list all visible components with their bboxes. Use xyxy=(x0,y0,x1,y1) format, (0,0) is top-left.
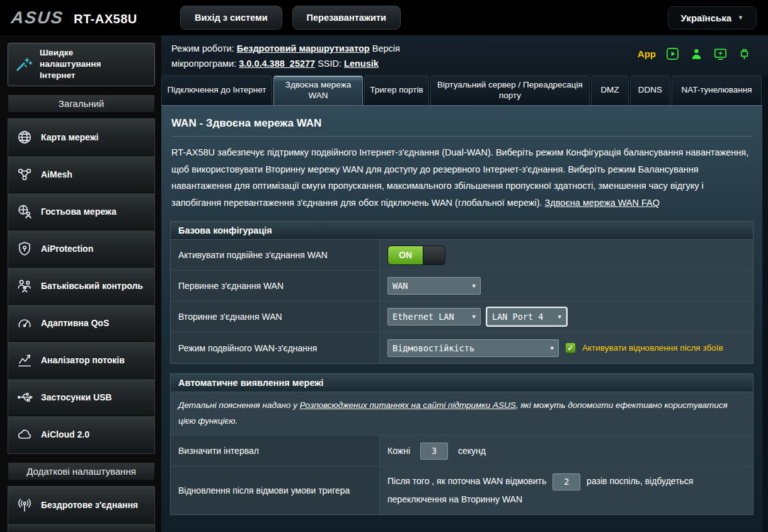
language-label: Українська xyxy=(681,13,731,23)
primary-wan-select[interactable]: WAN ▼ xyxy=(387,277,481,295)
app-label[interactable]: App xyxy=(638,48,656,59)
remote-connection-icon[interactable] xyxy=(713,47,728,61)
quick-setup-icon xyxy=(14,55,32,73)
failover-count-input[interactable] xyxy=(553,473,580,490)
tab-internet-connection[interactable]: Підключення до Інтернет xyxy=(161,76,272,105)
sidebar-item-network-map[interactable]: Карта мережі xyxy=(8,119,154,156)
tab-dual-wan[interactable]: Здвоєна мережа WAN xyxy=(273,76,363,105)
sidebar-item-label: Бездротове з'єднання xyxy=(41,499,138,511)
sidebar-section-advanced: Додаткові налаштування xyxy=(8,462,155,480)
sidebar-item-label: Гостьова мережа xyxy=(41,206,117,217)
secondary-wan-value: Ethernet LAN ▼ LAN Port 4 ▼ xyxy=(380,302,753,332)
router-model: RT-AX58U xyxy=(74,12,137,26)
sidebar-item-wireless[interactable]: Бездротове з'єднання xyxy=(8,487,154,524)
section-header-basic-config: Базова конфігурація xyxy=(171,222,753,240)
sidebar-item-usb-applications[interactable]: Застосунки USB xyxy=(8,379,154,416)
tab-dmz[interactable]: DMZ xyxy=(591,76,629,105)
ssid-label: SSID: xyxy=(318,59,341,69)
router-admin-page: ASUS RT-AX58U Вихід з системи Перезавант… xyxy=(0,0,768,532)
operation-mode-link[interactable]: Бездротовий маршрутизатор xyxy=(237,43,370,54)
detect-interval-value: Кожні секунд xyxy=(380,436,753,466)
gauge-icon xyxy=(16,315,33,331)
logout-button[interactable]: Вихід з системи xyxy=(180,6,282,30)
ssid-link[interactable]: Lenusik xyxy=(344,59,379,69)
google-play-icon[interactable] xyxy=(665,47,680,61)
usb-icon xyxy=(16,389,33,405)
failback-checkbox[interactable]: ✓ xyxy=(565,342,576,353)
sidebar-section-general: Загальний xyxy=(8,94,155,113)
primary-wan-label: Первинне з'єднання WAN xyxy=(171,271,380,301)
network-detection-table: Автоматичне виявлення мережі Детальні по… xyxy=(170,373,754,515)
sidebar-item-label: Адаптивна QoS xyxy=(41,317,109,329)
basic-config-table: Базова конфігурація Активувати подвійне … xyxy=(170,221,754,364)
sidebar-item-parental-control[interactable]: Батьківський контроль xyxy=(8,268,154,305)
sidebar: Швидке налаштування Інтернет Загальний К… xyxy=(0,35,161,532)
firmware-version-link[interactable]: 3.0.0.4.388_25277 xyxy=(239,59,315,69)
family-icon xyxy=(16,278,33,294)
failover-prefix: Після того , як поточна WAN відмовить xyxy=(387,476,546,486)
table-row-dual-wan-mode: Режим подвійного WAN-з'єднання Відмовост… xyxy=(171,332,753,363)
operation-mode-label: Режим роботи: xyxy=(171,43,234,54)
info-bar: Режим роботи: Бездротовий маршрутизатор … xyxy=(161,35,768,76)
usb-device-icon[interactable] xyxy=(737,47,752,61)
sidebar-item-partial[interactable] xyxy=(8,524,154,532)
sidebar-item-label: Батьківський контроль xyxy=(41,280,143,291)
sidebar-item-adaptive-qos[interactable]: Адаптивна QoS xyxy=(8,305,154,342)
sidebar-item-guest-network[interactable]: Гостьова мережа xyxy=(8,193,154,230)
system-info: Режим роботи: Бездротовий маршрутизатор … xyxy=(171,42,467,72)
secondary-wan-selected: Ethernet LAN xyxy=(393,312,454,322)
secondary-wan-label: Вторинне з'єднання WAN xyxy=(171,302,380,332)
mesh-network-icon xyxy=(16,166,33,183)
description-text: RT-AX58U забезпечує підтримку подвійного… xyxy=(171,147,748,208)
page-description: RT-AX58U забезпечує підтримку подвійного… xyxy=(171,144,752,212)
chevron-down-icon: ▼ xyxy=(473,314,476,320)
reboot-button[interactable]: Перезавантажити xyxy=(292,6,401,30)
toggle-knob xyxy=(423,246,445,264)
shield-icon xyxy=(16,241,33,257)
body-region: Швидке налаштування Інтернет Загальний К… xyxy=(0,35,768,532)
sidebar-menu-general: Карта мережі AiMesh Гостьова мережа xyxy=(8,118,155,454)
sidebar-item-label: Карта мережі xyxy=(41,132,99,143)
cloud-icon xyxy=(16,426,33,443)
asus-support-faq-link[interactable]: Розповсюджених питаннях на сайті підтрим… xyxy=(300,400,516,410)
top-bar: ASUS RT-AX58U Вихід з системи Перезавант… xyxy=(0,0,768,35)
sidebar-item-label: AiMesh xyxy=(41,169,72,180)
secondary-wan-select[interactable]: Ethernet LAN ▼ xyxy=(387,308,481,325)
asus-logo: ASUS xyxy=(10,8,64,28)
dual-wan-toggle[interactable]: ON xyxy=(387,246,445,265)
sidebar-item-traffic-analyzer[interactable]: Аналізатор потоків xyxy=(8,342,154,379)
page-title: WAN - Здвоєна мережа WAN xyxy=(171,117,752,137)
primary-wan-value: WAN ▼ xyxy=(380,271,753,301)
enable-dual-wan-label: Активувати подвійне з'єднання WAN xyxy=(171,240,380,270)
dual-wan-mode-selected: Відмовостійкість xyxy=(393,343,474,353)
sidebar-item-aiprotection[interactable]: AiProtection xyxy=(8,230,154,268)
sidebar-item-label: AiProtection xyxy=(41,243,93,254)
enable-dual-wan-value: ON xyxy=(380,240,753,270)
faq-link[interactable]: Здвоєна мережа WAN FAQ xyxy=(545,198,660,208)
dual-wan-mode-value: Відмовостійкість ▼ ✓ Активувати відновле… xyxy=(380,332,753,363)
secondary-wan-port-select[interactable]: LAN Port 4 ▼ xyxy=(487,308,566,325)
tab-port-trigger[interactable]: Тригер портів xyxy=(364,76,429,105)
secondary-wan-port-selected: LAN Port 4 xyxy=(492,312,543,322)
main-area: Режим роботи: Бездротовий маршрутизатор … xyxy=(161,35,768,532)
sidebar-item-aimesh[interactable]: AiMesh xyxy=(8,156,154,193)
user-account-icon[interactable] xyxy=(689,47,704,61)
dual-wan-mode-select[interactable]: Відмовостійкість ▼ xyxy=(387,339,559,357)
language-selector[interactable]: Українська ▼ xyxy=(668,6,757,30)
interval-input[interactable] xyxy=(420,443,448,460)
brand: ASUS RT-AX58U xyxy=(11,8,180,28)
sidebar-item-quick-internet-setup[interactable]: Швидке налаштування Інтернет xyxy=(8,43,155,86)
status-icons: App xyxy=(638,42,752,61)
table-row-secondary-wan: Вторинне з'єднання WAN Ethernet LAN ▼ LA… xyxy=(171,302,753,332)
note-prefix: Детальні пояснення надано у xyxy=(178,400,300,410)
detection-note: Детальні пояснення надано у Розповсюджен… xyxy=(171,392,753,436)
sidebar-menu-advanced: Бездротове з'єднання xyxy=(8,486,155,532)
wireless-antenna-icon xyxy=(16,497,33,513)
sidebar-item-aicloud[interactable]: AiCloud 2.0 xyxy=(8,416,154,453)
detect-interval-label: Визначити інтервал xyxy=(171,436,380,466)
tab-virtual-server[interactable]: Віртуальний сервер / Переадресація порту xyxy=(430,76,590,105)
sidebar-item-label: Застосунки USB xyxy=(41,392,112,403)
table-row-detect-interval: Визначити інтервал Кожні секунд xyxy=(171,436,753,467)
tab-ddns[interactable]: DDNS xyxy=(630,76,670,105)
tab-nat-passthrough[interactable]: NAT-тунелювання xyxy=(672,76,762,105)
